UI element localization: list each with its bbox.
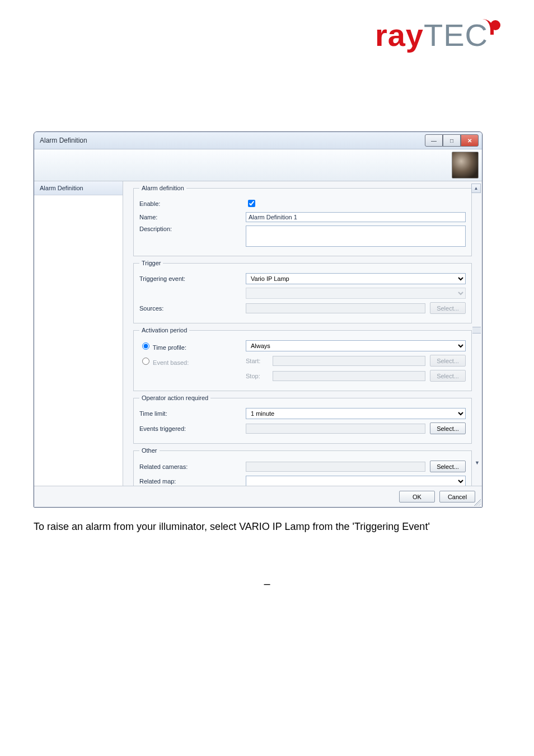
group-trigger: Trigger Triggering event: Vario IP Lamp … — [133, 260, 472, 323]
caption-text: To raise an alarm from your illuminator,… — [34, 521, 500, 533]
page-dash: – — [0, 577, 534, 590]
sources-display — [246, 303, 425, 313]
triggering-event-sub-select[interactable] — [246, 288, 466, 299]
events-triggered-display — [246, 424, 425, 434]
sources-select-button[interactable]: Select... — [430, 302, 466, 314]
event-based-radio[interactable] — [142, 358, 149, 365]
scroll-down-icon[interactable]: ▼ — [475, 460, 480, 466]
label-description: Description: — [139, 226, 246, 232]
label-enable: Enable: — [139, 200, 246, 207]
triggering-event-select[interactable]: Vario IP Lamp — [246, 273, 466, 284]
logo-part1: ray — [375, 17, 424, 53]
logo-part2: TEC — [424, 17, 488, 53]
group-operator-action: Operator action required Time limit: 1 m… — [133, 395, 472, 444]
window-header — [34, 149, 482, 181]
related-cameras-display — [246, 462, 425, 472]
group-activation-title: Activation period — [139, 327, 189, 334]
close-button[interactable]: ✕ — [461, 134, 479, 147]
label-triggering-event: Triggering event: — [139, 275, 246, 282]
label-sources: Sources: — [139, 305, 246, 312]
group-other: Other Related cameras: Select... Related… — [133, 447, 472, 486]
left-nav: Alarm Definition — [34, 181, 123, 486]
label-event-based: Event based: — [139, 356, 246, 366]
ok-button[interactable]: OK — [399, 491, 435, 503]
description-textarea[interactable] — [246, 226, 466, 247]
label-stop: Stop: — [246, 373, 268, 379]
group-activation-period: Activation period Time profile: Always E… — [133, 327, 472, 391]
group-other-title: Other — [139, 447, 160, 454]
label-start: Start: — [246, 358, 268, 364]
label-related-cameras: Related cameras: — [139, 463, 246, 470]
time-profile-radio[interactable] — [142, 342, 149, 350]
group-alarm-definition-title: Alarm definition — [139, 185, 186, 191]
stop-select-button[interactable]: Select... — [430, 370, 466, 382]
cancel-button[interactable]: Cancel — [439, 491, 475, 503]
titlebar[interactable]: Alarm Definition — □ ✕ — [34, 132, 482, 149]
scrollbar-thumb[interactable] — [472, 327, 481, 334]
form-pane: ▲ Alarm definition Enable: Name: Descrip… — [123, 181, 482, 486]
group-trigger-title: Trigger — [139, 260, 163, 266]
related-map-select[interactable] — [246, 476, 466, 486]
time-profile-select[interactable]: Always — [246, 340, 466, 351]
resize-grip[interactable] — [474, 499, 481, 506]
label-name: Name: — [139, 214, 246, 220]
events-triggered-select-button[interactable]: Select... — [430, 422, 466, 434]
window-title: Alarm Definition — [40, 137, 87, 144]
start-display — [273, 356, 425, 366]
start-select-button[interactable]: Select... — [430, 355, 466, 367]
minimize-button[interactable]: — — [425, 134, 443, 147]
label-time-limit: Time limit: — [139, 410, 246, 417]
brand-logo: rayTEC — [0, 0, 534, 64]
related-cameras-select-button[interactable]: Select... — [430, 461, 466, 472]
alarm-definition-window: Alarm Definition — □ ✕ Alarm Definition … — [34, 132, 483, 508]
group-operator-title: Operator action required — [139, 395, 210, 401]
dialog-footer: OK Cancel — [34, 486, 482, 507]
stop-display — [273, 371, 425, 381]
label-events-triggered: Events triggered: — [139, 425, 246, 432]
maximize-button[interactable]: □ — [443, 134, 461, 147]
header-image — [452, 152, 479, 179]
name-input[interactable] — [246, 212, 466, 222]
time-limit-select[interactable]: 1 minute — [246, 408, 466, 419]
nav-alarm-definition[interactable]: Alarm Definition — [34, 181, 123, 195]
label-time-profile: Time profile: — [139, 341, 246, 351]
label-related-map: Related map: — [139, 478, 246, 485]
group-alarm-definition: Alarm definition Enable: Name: Descripti… — [133, 185, 472, 256]
scroll-up-button[interactable]: ▲ — [471, 184, 481, 193]
enable-checkbox[interactable] — [248, 200, 255, 207]
